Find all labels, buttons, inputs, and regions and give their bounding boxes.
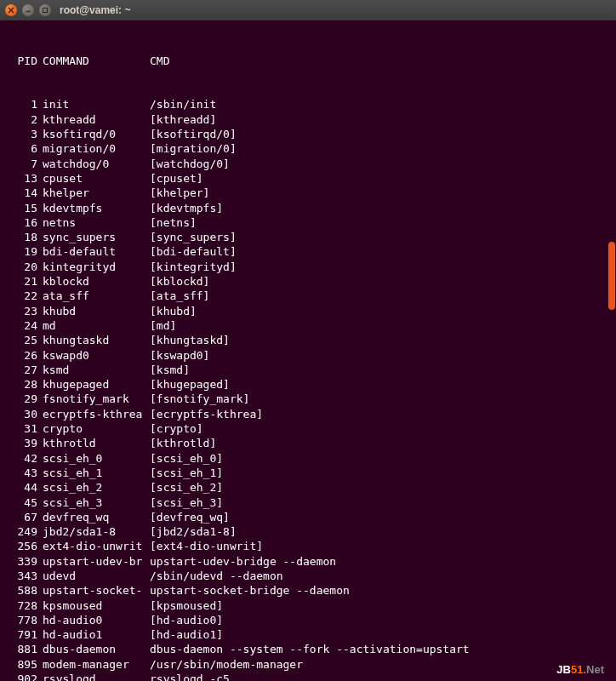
maximize-button[interactable] (39, 4, 51, 16)
cell-pid: 902 (7, 672, 43, 681)
cell-pid: 29 (7, 392, 43, 406)
cell-pid: 14 (7, 186, 43, 200)
cell-command: udevd (43, 569, 150, 583)
process-row: 30ecryptfs-kthrea[ecryptfs-kthrea] (7, 407, 609, 421)
cell-command: kthreadd (43, 112, 150, 127)
process-row: 27ksmd[ksmd] (7, 363, 609, 377)
cell-cmd: [ata_sff] (150, 289, 609, 303)
cell-command: scsi_eh_2 (43, 480, 150, 495)
cell-command: kthrotld (43, 436, 150, 450)
cell-cmd: [kblockd] (150, 274, 609, 289)
watermark-part2: 51 (571, 663, 583, 676)
cell-cmd: [kpsmoused] (150, 598, 609, 613)
cell-pid: 44 (7, 480, 43, 495)
process-row: 24md[md] (7, 318, 609, 333)
process-row: 2kthreadd[kthreadd] (7, 112, 609, 127)
cell-pid: 13 (7, 171, 43, 186)
cell-cmd: [scsi_eh_1] (150, 466, 609, 480)
cell-cmd: [jbd2/sda1-8] (150, 524, 609, 539)
cell-pid: 16 (7, 215, 43, 230)
process-row: 339upstart-udev-brupstart-udev-bridge --… (7, 554, 609, 569)
cell-cmd: [ksoftirqd/0] (150, 127, 609, 141)
cell-command: fsnotify_mark (43, 392, 150, 406)
cell-cmd: /sbin/init (150, 97, 609, 112)
cell-cmd: upstart-socket-bridge --daemon (150, 583, 609, 598)
cell-pid: 881 (7, 642, 43, 656)
cell-command: kblockd (43, 274, 150, 289)
cell-cmd: [ecryptfs-kthrea] (150, 407, 609, 421)
process-row: 44scsi_eh_2[scsi_eh_2] (7, 480, 609, 495)
svg-rect-0 (43, 9, 48, 13)
process-row: 20kintegrityd[kintegrityd] (7, 260, 609, 274)
cell-cmd: [kintegrityd] (150, 260, 609, 274)
scrollbar[interactable] (607, 20, 616, 681)
cell-command: scsi_eh_1 (43, 466, 150, 480)
cell-cmd: [ksmd] (150, 363, 609, 377)
cell-cmd: [kswapd0] (150, 348, 609, 363)
cell-pid: 2 (7, 112, 43, 127)
cell-cmd: [khubd] (150, 304, 609, 318)
cell-cmd: [scsi_eh_0] (150, 451, 609, 466)
cell-command: khubd (43, 304, 150, 318)
cell-cmd: [sync_supers] (150, 230, 609, 244)
cell-command: ksoftirqd/0 (43, 127, 150, 141)
cell-pid: 42 (7, 451, 43, 466)
cell-pid: 778 (7, 613, 43, 627)
process-row: 778hd-audio0[hd-audio0] (7, 613, 609, 627)
close-button[interactable] (5, 4, 17, 16)
cell-command: bdi-default (43, 244, 150, 259)
cell-cmd: /sbin/udevd --daemon (150, 569, 609, 583)
process-row: 26kswapd0[kswapd0] (7, 348, 609, 363)
process-row: 728kpsmoused[kpsmoused] (7, 598, 609, 613)
header-command: COMMAND (43, 54, 150, 68)
cell-pid: 7 (7, 157, 43, 171)
cell-command: watchdog/0 (43, 157, 150, 171)
cell-pid: 256 (7, 539, 43, 553)
process-row: 343udevd/sbin/udevd --daemon (7, 569, 609, 583)
cell-pid: 24 (7, 318, 43, 333)
table-header-row: PID COMMAND CMD (7, 54, 609, 68)
cell-cmd: [kdevtmpfs] (150, 201, 609, 215)
cell-command: rsyslogd (43, 672, 150, 681)
terminal-output[interactable]: PID COMMAND CMD 1init/sbin/init2kthreadd… (0, 20, 616, 681)
cell-cmd: [crypto] (150, 421, 609, 436)
minimize-button[interactable] (22, 4, 34, 16)
cell-cmd: [khelper] (150, 186, 609, 200)
cell-cmd: [khugepaged] (150, 377, 609, 392)
process-row: 28khugepaged[khugepaged] (7, 377, 609, 392)
cell-pid: 791 (7, 627, 43, 642)
process-row: 15kdevtmpfs[kdevtmpfs] (7, 201, 609, 215)
cell-command: ext4-dio-unwrit (43, 539, 150, 553)
cell-cmd: dbus-daemon --system --fork --activation… (150, 642, 609, 656)
cell-cmd: [kthrotld] (150, 436, 609, 450)
cell-command: upstart-udev-br (43, 554, 150, 569)
cell-pid: 43 (7, 466, 43, 480)
process-row: 588upstart-socket-upstart-socket-bridge … (7, 583, 609, 598)
cell-command: khelper (43, 186, 150, 200)
cell-command: modem-manager (43, 657, 150, 672)
cell-cmd: [netns] (150, 215, 609, 230)
cell-cmd: [devfreq_wq] (150, 510, 609, 524)
process-row: 43scsi_eh_1[scsi_eh_1] (7, 466, 609, 480)
process-row: 23khubd[khubd] (7, 304, 609, 318)
titlebar[interactable]: root@vamei: ~ (0, 0, 616, 20)
process-row: 31crypto[crypto] (7, 421, 609, 436)
process-row: 7watchdog/0[watchdog/0] (7, 157, 609, 171)
header-cmd: CMD (150, 54, 609, 68)
cell-cmd: [ext4-dio-unwrit] (150, 539, 609, 553)
process-row: 39kthrotld[kthrotld] (7, 436, 609, 450)
cell-cmd: [cpuset] (150, 171, 609, 186)
cell-command: ksmd (43, 363, 150, 377)
process-row: 42scsi_eh_0[scsi_eh_0] (7, 451, 609, 466)
cell-pid: 22 (7, 289, 43, 303)
cell-cmd: [kthreadd] (150, 112, 609, 127)
cell-command: md (43, 318, 150, 333)
scrollbar-thumb[interactable] (608, 242, 615, 310)
cell-command: ecryptfs-kthrea (43, 407, 150, 421)
cell-pid: 39 (7, 436, 43, 450)
process-row: 256ext4-dio-unwrit[ext4-dio-unwrit] (7, 539, 609, 553)
cell-pid: 67 (7, 510, 43, 524)
cell-command: upstart-socket- (43, 583, 150, 598)
process-row: 22ata_sff[ata_sff] (7, 289, 609, 303)
cell-pid: 249 (7, 524, 43, 539)
